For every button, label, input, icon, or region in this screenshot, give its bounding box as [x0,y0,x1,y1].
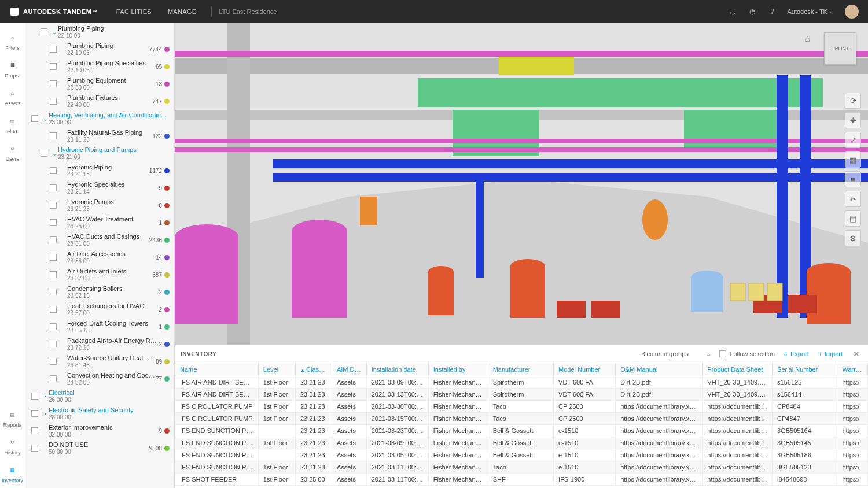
tree-row[interactable]: DO NOT USE50 00 009808 [25,439,174,457]
caret-icon[interactable]: ⌄ [51,29,58,35]
rail-files[interactable]: ▭Files [0,111,25,139]
3d-viewport[interactable]: ⌂ FRONT ⟳ ✥ ⤢ ▦ ≡ ✂ ▤ ⚙ [175,23,868,345]
tree-checkbox[interactable] [50,63,57,70]
table-row[interactable]: IFS END SUNCTION PUMP23 21 23Assets2021-… [175,449,868,461]
tree-checkbox[interactable] [50,271,57,278]
rail-users[interactable]: ☺Users [0,139,25,167]
nav-facilities[interactable]: FACILITIES [108,8,160,15]
col-mfr[interactable]: Manufacturer [488,363,553,376]
inventory-table[interactable]: NameLevelClassificatAIM Data …Installati… [175,363,868,488]
tree-row[interactable]: ⌄Plumbing Piping22 10 00 [25,23,174,40]
explode-button[interactable]: ✂ [845,191,861,207]
tree-checkbox[interactable] [50,219,57,226]
export-button[interactable]: ⇩Export [783,350,809,358]
tree-checkbox[interactable] [50,254,57,261]
tree-row[interactable]: Hydronic Pumps23 21 238 [25,197,174,214]
filter-tree-panel[interactable]: ⌄Plumbing Piping22 10 00Plumbing Piping2… [25,23,175,488]
tree-row[interactable]: Plumbing Equipment22 30 0013 [25,75,174,93]
tree-checkbox[interactable] [50,167,57,174]
table-row[interactable]: IFS SHOT FEEDER1st Floor23 25 00Assets20… [175,474,868,486]
section-button[interactable]: ▦ [845,151,861,168]
tree-checkbox[interactable] [50,375,57,382]
rail-filters[interactable]: ⌕Filters [0,28,25,56]
tree-checkbox[interactable] [50,202,57,209]
tree-row[interactable]: ›Electrical26 00 00 [25,387,174,405]
tree-row[interactable]: Exterior Improvements32 00 009 [25,422,174,439]
table-row[interactable]: IFS CIRCULATOR PUMP1st Floor23 21 23Asse… [175,401,868,413]
rail-inventory[interactable]: ▦Inventory [0,460,25,488]
tree-row[interactable]: Forced-Draft Cooling Towers23 65 131 [25,318,174,335]
tree-checkbox[interactable] [50,323,57,330]
tree-checkbox[interactable] [31,427,38,434]
col-model[interactable]: Model Number [554,363,616,376]
tree-checkbox[interactable] [50,46,57,53]
view-cube[interactable]: FRONT [824,32,856,65]
tree-checkbox[interactable] [50,98,57,105]
tree-row[interactable]: Water-Source Unitary Heat Pumps23 81 468… [25,353,174,370]
measure-button[interactable]: ≡ [845,171,861,187]
home-view-icon[interactable]: ⌂ [804,34,810,44]
tree-checkbox[interactable] [41,150,47,157]
tree-checkbox[interactable] [31,115,38,122]
col-serial[interactable]: Serial Number [773,363,837,376]
tree-checkbox[interactable] [41,28,47,35]
tree-checkbox[interactable] [31,445,38,452]
tree-row[interactable]: Packaged Air-to-Air Energy Recover…23 72… [25,335,174,353]
col-pds[interactable]: Product Data Sheet [703,363,773,376]
rail-assets[interactable]: ⌂Assets [0,83,25,111]
col-installed_by[interactable]: Installed by [428,363,488,376]
tree-checkbox[interactable] [50,184,57,191]
col-aim[interactable]: AIM Data … [332,363,366,376]
tree-row[interactable]: HVAC Water Treatment23 25 001 [25,214,174,231]
import-button[interactable]: ⇧Import [817,350,843,358]
tree-row[interactable]: Facility Natural-Gas Piping23 11 23122 [25,127,174,145]
col-class[interactable]: Classificat [295,363,332,376]
table-row[interactable]: IFS END SUNCTION PUMP1st Floor23 21 23As… [175,437,868,449]
pan-button[interactable]: ✥ [845,112,861,128]
caret-icon[interactable]: ⌄ [42,116,49,122]
settings-3d-button[interactable]: ⚙ [845,230,861,246]
nav-manage[interactable]: MANAGE [160,8,204,15]
table-row[interactable]: IFS END SUNCTION PUMP1st Floor23 21 23As… [175,461,868,474]
user-menu[interactable]: Autodesk - TK ⌄ [787,8,834,16]
caret-icon[interactable]: › [42,411,49,417]
tree-row[interactable]: Hydronic Specialties23 21 149 [25,179,174,197]
tree-row[interactable]: Plumbing Piping22 10 057744 [25,40,174,58]
tree-row[interactable]: Condensing Boilers23 52 162 [25,283,174,301]
col-om[interactable]: O&M Manual [616,363,703,376]
col-name[interactable]: Name [175,363,259,376]
tree-checkbox[interactable] [50,132,57,139]
tree-row[interactable]: Heat Exchangers for HVAC23 57 002 [25,301,174,318]
tree-checkbox[interactable] [50,306,57,313]
tree-row[interactable]: Plumbing Piping Specialties22 10 0665 [25,58,174,75]
tree-row[interactable]: ⌄Hydronic Piping and Pumps23 21 00 [25,145,174,162]
col-level[interactable]: Level [258,363,295,376]
notification-icon[interactable]: ◔ [748,7,757,16]
tree-row[interactable]: HVAC Ducts and Casings23 31 002436 [25,231,174,249]
col-install[interactable]: Installation date [366,363,428,376]
table-row[interactable]: IFS END SUNCTION PUMP23 21 23Assets2021-… [175,425,868,437]
tree-row[interactable]: ⌄Heating, Ventilating, and Air-Condition… [25,110,174,127]
table-row[interactable]: IFS AIR AND DIRT SEPERA…1st Floor23 21 2… [175,389,868,401]
table-row[interactable]: IFS AIR AND DIRT SEPERA…1st Floor23 21 2… [175,376,868,389]
avatar[interactable] [845,5,859,19]
model-browser-button[interactable]: ▤ [845,210,861,227]
tree-row[interactable]: Air Duct Accessories23 33 0014 [25,249,174,266]
orbit-button[interactable]: ⟳ [845,93,861,109]
zoom-button[interactable]: ⤢ [845,132,861,148]
tree-checkbox[interactable] [31,393,38,400]
tree-checkbox[interactable] [50,80,57,87]
rail-history[interactable]: ↺History [0,432,25,460]
tree-row[interactable]: Hydronic Piping23 21 131172 [25,162,174,179]
tree-row[interactable]: Convection Heating and Cooling U…23 82 0… [25,370,174,387]
tree-checkbox[interactable] [31,410,38,417]
rail-props[interactable]: ≣Props. [0,56,25,83]
tree-checkbox[interactable] [50,289,57,295]
tree-row[interactable]: Plumbing Fixtures22 40 00747 [25,93,174,110]
column-groups-dropdown[interactable]: 3 column groups⌄ [641,350,711,358]
caret-icon[interactable]: › [42,393,49,400]
follow-selection-toggle[interactable]: Follow selection [719,350,775,357]
follow-checkbox[interactable] [719,350,726,357]
close-panel-button[interactable]: ✕ [851,349,862,358]
table-row[interactable]: IFS CIRCULATOR PUMP1st Floor23 21 23Asse… [175,413,868,425]
